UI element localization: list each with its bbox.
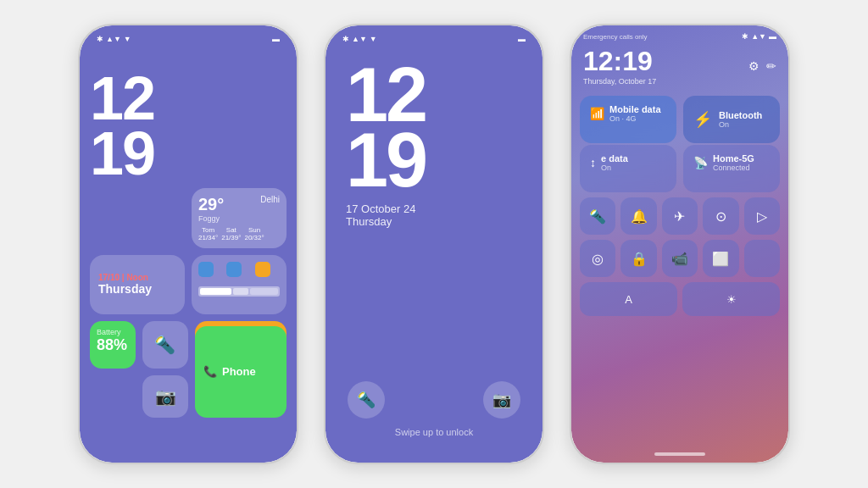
cc-video[interactable]: 📹 (662, 240, 698, 277)
phone-3-cc: Emergency calls only ✱ ▲▼ ▬ 12:19 Thursd… (570, 24, 790, 464)
bar-seg-1 (200, 288, 231, 295)
cc-focus[interactable]: ⊙ (703, 197, 738, 235)
data-label: Mobile data (609, 104, 661, 114)
battery-widget[interactable]: Battery 88% (90, 321, 136, 369)
camera-button[interactable]: 📷 (483, 381, 520, 419)
lock-date: 17 October 24 Thursday (326, 192, 542, 238)
cc-lock[interactable]: 🔒 (620, 240, 656, 277)
app-dot-3 (255, 262, 270, 277)
status-bar-1: ✱ ▲▼ ▼ ▬ (80, 25, 297, 46)
edit-icon[interactable]: ✏ (766, 59, 776, 73)
date-widget[interactable]: 17/10 | Noon Thursday (90, 255, 185, 314)
status-right-2: ▬ (518, 35, 526, 43)
weather-widget[interactable]: 29° Foggy Delhi Tom 21/34° Sat 21/39° (192, 188, 287, 248)
lock-date-line2: Thursday (346, 215, 522, 228)
flashlight-icon: 🔦 (357, 391, 376, 409)
cc-tile-data[interactable]: 📶 Mobile data On · 4G (580, 96, 676, 143)
status-left-1: ✱ ▲▼ ▼ (97, 35, 131, 43)
widgets-row3: 📷 📞 Phone (90, 375, 287, 418)
cc-grid-row1: 📶 Mobile data On · 4G ⚡ Bluetooth On (571, 91, 788, 148)
wifi-icon-1: ▼ (124, 35, 131, 43)
torch-widget[interactable]: 🔦 (142, 321, 188, 369)
emergency-text: Emergency calls only (583, 33, 648, 41)
wifi-icon-2: ▼ (370, 35, 377, 43)
battery-label: Battery (97, 328, 129, 336)
home-indicator-3 (654, 452, 705, 456)
wifi-sub: Connected (713, 164, 754, 172)
app-dot-1 (198, 262, 214, 277)
cc-header-icons: ⚙ ✏ (748, 59, 776, 73)
cc-location[interactable]: ◎ (580, 240, 615, 277)
cc-alarm[interactable]: 🔔 (620, 197, 656, 235)
cc-torch[interactable]: 🔦 (580, 197, 615, 235)
airplane-icon: ✈ (674, 208, 685, 225)
cc-time: 12:19 (583, 46, 656, 77)
cc-blank (744, 240, 780, 277)
torch-icon: 🔦 (154, 335, 175, 355)
cc-tile-wifi[interactable]: 📡 Home-5G Connected (683, 145, 780, 192)
status-right-3: ✱ ▲▼ ▬ (742, 32, 776, 41)
cc-cast[interactable]: ▷ (744, 197, 780, 235)
weather-day-2: Sat 21/39° (221, 226, 241, 241)
bt-icon-2: ✱ (342, 35, 349, 43)
lock-date-line1: 17 October 24 (346, 202, 522, 215)
phone-icon: 📞 (203, 365, 217, 378)
signal-icon-1: ▲▼ (106, 35, 121, 43)
bar-seg-3 (250, 288, 278, 295)
cc-airplane[interactable]: ✈ (662, 197, 698, 235)
bt-tile-icon: ⚡ (693, 110, 712, 129)
alarm-icon: 🔔 (631, 208, 648, 225)
phone1-hours: 12 (90, 71, 287, 126)
cc-tile-bt[interactable]: ⚡ Bluetooth On (683, 96, 780, 143)
phone1-content: 12 19 17/10 | Noon Thursday 29° Foggy (80, 46, 297, 428)
torch-cc-icon: 🔦 (589, 208, 606, 225)
swipe-text: Swipe up to unlock (395, 427, 473, 437)
mobile-icon: ↕ (590, 156, 596, 169)
dark-mode-icon: A (625, 293, 632, 306)
date-top: 17/10 | Noon (98, 273, 176, 282)
brightness-icon: ☀ (726, 293, 737, 306)
cast-icon: ▷ (757, 208, 767, 225)
weather-forecast: Tom 21/34° Sat 21/39° Sun 20/32° (198, 226, 280, 241)
phone-1-home: ✱ ▲▼ ▼ ▬ 12 19 17/10 | Noon Thursday (78, 24, 298, 464)
apps-widget[interactable] (192, 255, 287, 314)
weather-day-1: Tom 21/34° (198, 226, 218, 241)
phone-label: Phone (222, 365, 256, 378)
cc-time-date: 12:19 Thursday, October 17 (583, 46, 656, 86)
cc-date: Thursday, October 17 (583, 77, 656, 86)
app-dot-2 (226, 262, 242, 277)
signal-icon-2: ▲▼ (352, 35, 367, 43)
cc-scan[interactable]: ⬜ (703, 240, 738, 277)
data-icon: 📶 (590, 107, 604, 120)
bt-sub: On (719, 120, 762, 129)
mobile-sub: On (601, 164, 628, 172)
cc-dark-mode[interactable]: A (580, 282, 677, 316)
focus-icon: ⊙ (715, 208, 726, 225)
weather-temp: 29° (198, 195, 224, 214)
flashlight-button[interactable]: 🔦 (348, 381, 385, 419)
cc-time-header: 12:19 Thursday, October 17 ⚙ ✏ (571, 44, 788, 91)
cc-row4: ◎ 🔒 📹 ⬜ (571, 235, 788, 277)
video-icon: 📹 (671, 251, 688, 267)
lock-bottom: 🔦 📷 Swipe up to unlock (326, 381, 542, 437)
settings-icon[interactable]: ⚙ (748, 59, 760, 73)
status-left-2: ✱ ▲▼ ▼ (342, 35, 377, 43)
bar-seg-2 (233, 288, 248, 295)
weather-condition: Foggy (198, 214, 224, 223)
wifi-tile-icon: 📡 (693, 156, 708, 169)
lock-icon: 🔒 (631, 251, 648, 267)
camera-widget[interactable]: 📷 (142, 375, 188, 418)
phone-widget[interactable]: 📞 Phone (195, 326, 287, 418)
bat-3: ▬ (769, 32, 776, 41)
phone-2-lock: ✱ ▲▼ ▼ ▬ 12 19 17 October 24 Thursday 🔦 (324, 24, 544, 464)
phone3-status: Emergency calls only ✱ ▲▼ ▬ (571, 25, 788, 44)
mobile-label: e data (601, 153, 628, 164)
weather-day-3: Sun 20/32° (244, 226, 264, 241)
battery-2: ▬ (518, 35, 526, 43)
cc-brightness[interactable]: ☀ (682, 282, 780, 316)
status-bar-2: ✱ ▲▼ ▼ ▬ (326, 25, 542, 46)
phone1-time: 12 19 (90, 71, 287, 181)
cc-tile-mobile[interactable]: ↕ e data On (580, 145, 676, 192)
status-right-1: ▬ (272, 35, 280, 43)
bt-icon-3: ✱ (742, 32, 748, 41)
